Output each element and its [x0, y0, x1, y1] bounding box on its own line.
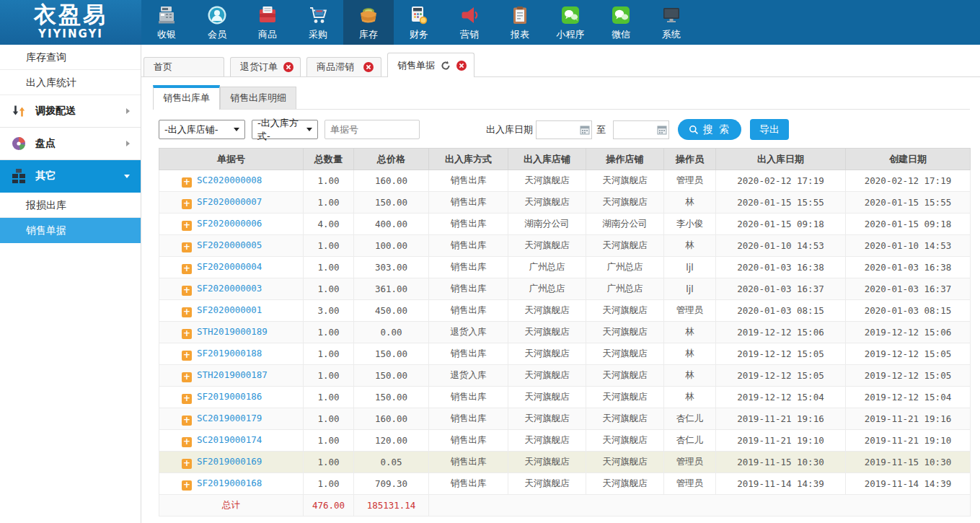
column-header-created: 创建日期: [846, 149, 971, 170]
date-to-input[interactable]: [613, 120, 669, 139]
expand-icon[interactable]: +: [182, 264, 192, 274]
document-link[interactable]: SC2020000008: [197, 175, 262, 185]
expand-icon[interactable]: +: [182, 351, 192, 361]
cell-method: 销售出库: [429, 278, 508, 300]
nav-item-label: 库存: [359, 28, 378, 41]
nav-item-goods[interactable]: 商品: [242, 0, 293, 45]
expand-icon[interactable]: +: [182, 199, 192, 209]
sidebar-item-damage-out[interactable]: 报损出库: [0, 193, 141, 218]
nav-item-marketing[interactable]: 营销: [444, 0, 495, 45]
method-filter-value: -出入库方式-: [257, 117, 306, 143]
expand-icon[interactable]: +: [182, 307, 192, 317]
refresh-icon[interactable]: [441, 61, 451, 71]
expand-icon[interactable]: +: [182, 394, 192, 404]
total-empty: [429, 495, 971, 517]
nav-item-report[interactable]: 报表: [495, 0, 545, 45]
cell-docno: +SF2019000168: [159, 473, 304, 495]
expand-icon[interactable]: +: [182, 437, 192, 447]
export-button[interactable]: 导出: [750, 119, 789, 140]
document-link[interactable]: SC2019000174: [197, 434, 262, 445]
document-link[interactable]: SF2019000169: [197, 456, 262, 467]
cell-store: 天河旗舰店: [508, 473, 586, 495]
cell-outdate: 2019-12-12 15:05: [716, 365, 846, 387]
document-link[interactable]: SF2020000006: [197, 218, 262, 229]
cell-created: 2019-12-12 15:05: [846, 365, 971, 387]
store-filter-select[interactable]: -出入库店铺-: [159, 120, 245, 139]
expand-icon[interactable]: +: [182, 416, 192, 426]
cell-opstore: 广州总店: [586, 278, 664, 300]
cell-store: 广州总店: [508, 257, 586, 278]
sidebar-item-sales-doc[interactable]: 销售单据: [0, 218, 141, 243]
cell-opstore: 天河旗舰店: [586, 300, 664, 322]
sidebar-section-transfer[interactable]: 调拨配送: [0, 95, 141, 128]
close-icon[interactable]: [363, 62, 374, 72]
tab-home[interactable]: 首页: [144, 57, 224, 76]
document-link[interactable]: SF2020000005: [197, 239, 262, 250]
nav-item-purchase[interactable]: 采购: [293, 0, 343, 45]
document-link[interactable]: SF2019000186: [197, 391, 262, 402]
document-link[interactable]: SF2019000168: [197, 478, 262, 488]
tab-page-2[interactable]: 商品滞销: [306, 57, 381, 76]
subtab-0[interactable]: 销售出库单: [153, 85, 220, 110]
document-link[interactable]: STH2019000189: [197, 326, 268, 337]
cell-docno: +SF2020000003: [159, 278, 304, 300]
docno-input[interactable]: [325, 120, 420, 139]
sidebar-item-inout-stats[interactable]: 出入库统计: [0, 70, 141, 95]
chevron-down-icon: [306, 128, 312, 131]
document-link[interactable]: SF2020000003: [197, 283, 262, 294]
cell-qty: 1.00: [304, 452, 354, 473]
document-link[interactable]: STH2019000187: [197, 369, 268, 380]
nav-item-member[interactable]: 会员: [192, 0, 242, 45]
document-link[interactable]: SF2019000188: [197, 348, 262, 359]
nav-item-system[interactable]: 系统: [646, 0, 697, 45]
expand-icon[interactable]: +: [182, 286, 192, 296]
cell-opstore: 天河旗舰店: [586, 365, 664, 387]
cell-qty: 1.00: [304, 322, 354, 343]
table-row: +SF20190001881.00150.00销售出库天河旗舰店天河旗舰店林20…: [159, 343, 971, 365]
sidebar-section-stocktake[interactable]: 盘点: [0, 128, 141, 160]
cell-price: 400.00: [354, 214, 429, 235]
table-row: +SF20190001691.000.05销售出库天河旗舰店天河旗舰店管理员20…: [159, 452, 971, 473]
expand-icon[interactable]: +: [182, 221, 192, 231]
expand-icon[interactable]: +: [182, 329, 192, 339]
cell-store: 天河旗舰店: [508, 192, 586, 214]
expand-icon[interactable]: +: [182, 242, 192, 252]
search-button[interactable]: 搜 索: [678, 119, 741, 140]
nav-item-wechat[interactable]: 微信: [596, 0, 646, 45]
method-filter-select[interactable]: -出入库方式-: [252, 120, 318, 139]
cell-store: 广州总店: [508, 278, 586, 300]
nav-item-inventory[interactable]: 库存: [343, 0, 394, 45]
sidebar-item-stock-query[interactable]: 库存查询: [0, 45, 141, 70]
document-link[interactable]: SF2020000007: [197, 196, 262, 207]
cell-created: 2019-12-12 15:05: [846, 343, 971, 365]
cell-outdate: 2019-12-12 15:05: [716, 343, 846, 365]
nav-item-miniprogram[interactable]: 小程序: [545, 0, 596, 45]
expand-icon[interactable]: +: [182, 177, 192, 188]
document-link[interactable]: SF2020000004: [197, 261, 262, 272]
close-icon[interactable]: [456, 61, 467, 71]
cell-qty: 1.00: [304, 278, 354, 300]
system-icon: [661, 4, 682, 26]
tab-page-1[interactable]: 退货订单: [230, 57, 301, 76]
tab-page-3[interactable]: 销售单据: [387, 53, 474, 77]
cell-method: 销售出库: [429, 214, 508, 235]
expand-icon[interactable]: +: [182, 459, 192, 469]
cell-qty: 1.00: [304, 430, 354, 452]
date-from-input[interactable]: [536, 120, 592, 139]
cell-docno: +SF2019000186: [159, 387, 304, 408]
cell-method: 销售出库: [429, 257, 508, 278]
cell-qty: 1.00: [304, 170, 354, 192]
nav-item-cashier[interactable]: 收银: [141, 0, 192, 45]
subtab-1[interactable]: 销售出库明细: [220, 87, 296, 109]
expand-icon[interactable]: +: [182, 372, 192, 382]
cell-created: 2020-01-03 08:15: [846, 300, 971, 322]
close-icon[interactable]: [283, 62, 293, 72]
nav-item-finance[interactable]: 财务: [394, 0, 444, 45]
expand-icon[interactable]: +: [182, 480, 192, 491]
document-link[interactable]: SF2020000001: [197, 304, 262, 315]
document-link[interactable]: SC2019000179: [197, 413, 262, 423]
cell-method: 销售出库: [429, 343, 508, 365]
cell-operator: ljl: [664, 278, 716, 300]
cell-outdate: 2020-01-03 16:38: [716, 257, 846, 278]
sidebar-section-other[interactable]: 其它: [0, 160, 141, 193]
